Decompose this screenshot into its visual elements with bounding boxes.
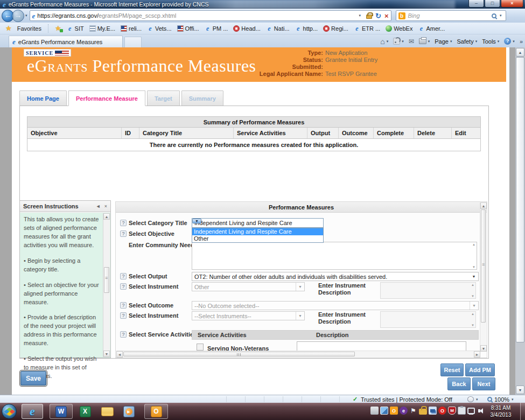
favorite-link[interactable]: reli...: [121, 25, 142, 32]
scroll-left-icon[interactable]: ◄: [116, 351, 123, 358]
taskbar-media-player-button[interactable]: [120, 404, 137, 419]
stop-icon[interactable]: ×: [384, 12, 389, 20]
messenger-tray-icon[interactable]: e: [400, 407, 408, 415]
category-option-selected[interactable]: Independent Living and Respite Care: [192, 228, 323, 235]
tools-menu[interactable]: Tools: [482, 38, 496, 45]
instructions-scrollbar[interactable]: ▲ ▼: [103, 213, 110, 357]
new-tab-button[interactable]: [124, 37, 142, 47]
scrollbar-thumb[interactable]: [104, 267, 109, 293]
scroll-up-icon[interactable]: ▲: [472, 243, 475, 246]
form-horizontal-scrollbar[interactable]: ◄ ►: [116, 351, 480, 357]
help-icon[interactable]: ?: [504, 38, 511, 45]
favorite-link[interactable]: Vets...: [147, 25, 172, 32]
display-tray-icon[interactable]: [467, 408, 475, 414]
zoom-dropdown-icon[interactable]: ▾: [512, 397, 514, 402]
form-vertical-scrollbar[interactable]: ▲ ▼: [480, 202, 486, 352]
category-option[interactable]: Other: [192, 235, 323, 242]
scroll-down-icon[interactable]: ▼: [516, 386, 524, 394]
add-pm-button[interactable]: Add PM: [465, 363, 495, 376]
tab-performance-measure[interactable]: Performance Measure: [68, 90, 145, 106]
page-menu[interactable]: Page: [435, 38, 449, 45]
favorite-link[interactable]: SIT: [67, 25, 84, 32]
scroll-up-icon[interactable]: ▲: [103, 213, 110, 220]
outcome-select[interactable]: --No Outcome selected-- ▼: [192, 301, 479, 310]
home-dropdown-icon[interactable]: ▾: [387, 39, 389, 44]
mail-icon[interactable]: ✉: [409, 38, 414, 45]
browser-tab[interactable]: e eGrants Performance Measures: [9, 36, 123, 47]
rss-icon[interactable]: [393, 38, 400, 45]
recent-pages-dropdown-icon[interactable]: ▾: [25, 13, 27, 18]
favorites-star-icon[interactable]: ★: [5, 24, 12, 32]
zoom-level[interactable]: 100%: [494, 396, 509, 403]
taskbar-outlook-button[interactable]: [144, 404, 168, 419]
output-select[interactable]: OT2: Number of other older adults and in…: [192, 272, 479, 281]
help-instrument2-icon[interactable]: ?: [120, 312, 127, 319]
ssl-lock-icon[interactable]: [366, 15, 372, 19]
scrollbar-thumb[interactable]: [123, 352, 355, 356]
favorite-link[interactable]: Head...: [233, 25, 260, 32]
scroll-down-icon[interactable]: ▼: [472, 265, 475, 269]
scrollbar-thumb[interactable]: [481, 209, 486, 323]
maximize-button[interactable]: □: [485, 0, 500, 8]
scroll-right-icon[interactable]: ►: [474, 351, 480, 358]
outcome-dropdown-icon[interactable]: ▼: [470, 302, 478, 310]
home-icon[interactable]: ⌂: [380, 37, 384, 46]
save-button[interactable]: Save: [20, 371, 46, 386]
favorite-link[interactable]: Nati...: [266, 25, 290, 32]
compat-dropdown-icon[interactable]: ▾: [476, 397, 478, 402]
scroll-up-icon[interactable]: ▲: [480, 202, 487, 209]
back-button-page[interactable]: Back: [447, 377, 471, 390]
rss-dropdown-icon[interactable]: ▾: [402, 39, 404, 44]
taskbar-explorer-button[interactable]: [98, 404, 116, 419]
taskbar-word-button[interactable]: [50, 404, 73, 419]
clipboard-tray-icon[interactable]: [458, 407, 466, 415]
scroll-up-icon[interactable]: ▲: [516, 48, 524, 57]
show-desktop-button[interactable]: [520, 403, 525, 420]
output-dropdown-icon[interactable]: ▼: [470, 272, 478, 281]
taskbar-excel-button[interactable]: [76, 404, 94, 419]
shield-tray-icon[interactable]: M: [448, 407, 456, 415]
office-tray-icon[interactable]: O: [390, 407, 398, 415]
forward-button[interactable]: →: [12, 10, 24, 22]
favorites-button[interactable]: Favorites: [17, 25, 41, 32]
favorite-link[interactable]: My.E...: [89, 25, 115, 32]
photo-tray-icon[interactable]: [380, 407, 388, 415]
lock-tray-icon[interactable]: [419, 409, 427, 415]
help-objective-icon[interactable]: ?: [120, 230, 127, 237]
scroll-down-icon[interactable]: ▼: [480, 345, 487, 352]
minimize-button[interactable]: –: [468, 0, 484, 8]
safety-menu[interactable]: Safety: [457, 38, 473, 45]
add-favorite-icon[interactable]: ★: [55, 24, 61, 32]
help-output-icon[interactable]: ?: [120, 273, 127, 279]
close-panel-icon[interactable]: ×: [104, 204, 107, 209]
favorite-link[interactable]: Regi...: [323, 25, 348, 32]
close-button[interactable]: ×: [501, 0, 523, 8]
scroll-down-icon[interactable]: ▼: [103, 351, 110, 357]
favorite-link[interactable]: http...: [295, 25, 318, 32]
browser-scrollbar[interactable]: ▲ ▼: [515, 47, 525, 395]
print-icon[interactable]: [419, 38, 426, 44]
network-tray-icon[interactable]: [429, 407, 437, 415]
help-outcome-icon[interactable]: ?: [120, 302, 127, 309]
category-select[interactable]: Independent Living and Respite Care ▼: [192, 218, 324, 228]
tab-home-page[interactable]: Home Page: [19, 90, 67, 106]
sync-tray-icon[interactable]: O: [438, 407, 446, 415]
community-need-textarea[interactable]: ▲ ▼: [192, 242, 477, 270]
zoom-icon[interactable]: [487, 397, 492, 402]
favorite-link[interactable]: Offi...: [177, 25, 199, 32]
compatibility-view-icon[interactable]: [467, 396, 474, 402]
address-input[interactable]: e https://egrants.cns.gov/egrantsPM/page…: [30, 10, 391, 21]
search-icon[interactable]: [492, 13, 496, 18]
scrollbar-thumb[interactable]: [516, 57, 524, 342]
favorite-link[interactable]: Amer...: [418, 25, 445, 32]
help-category-icon[interactable]: ?: [120, 220, 127, 226]
favorite-link[interactable]: PM ...: [205, 25, 228, 32]
help-instrument-icon[interactable]: ?: [120, 283, 127, 290]
help-dropdown-icon[interactable]: ▾: [513, 39, 515, 44]
reset-button[interactable]: Reset: [440, 363, 464, 376]
category-dropdown-icon[interactable]: ▼: [192, 219, 201, 223]
help-service-activities-icon[interactable]: ?: [120, 331, 127, 338]
flag-tray-icon[interactable]: ⚑: [409, 407, 417, 415]
start-button[interactable]: [2, 404, 17, 419]
refresh-icon[interactable]: ↻: [375, 12, 381, 20]
